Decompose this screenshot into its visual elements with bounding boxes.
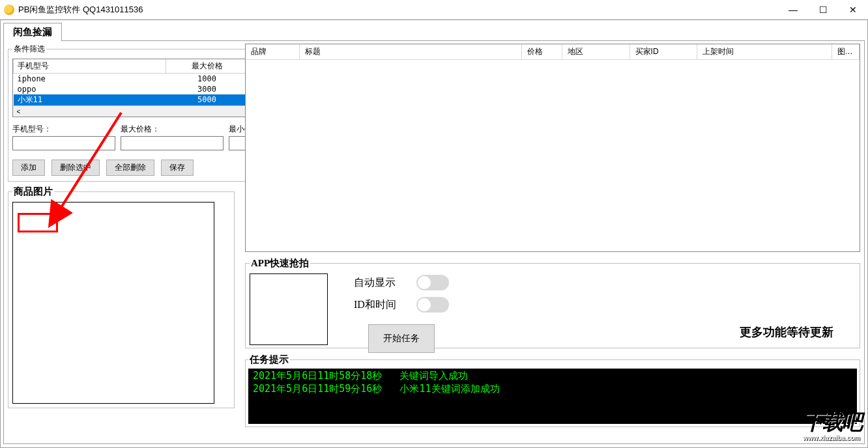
col-model[interactable]: 手机型号 — [14, 59, 166, 74]
label-model: 手机型号： — [12, 124, 115, 135]
delete-selected-button[interactable]: 删除选中 — [51, 160, 100, 176]
toggle-idtime-label: ID和时间 — [354, 298, 405, 312]
window-title: PB闲鱼监控软件 QQ1431011536 — [18, 4, 778, 16]
product-image-box — [12, 202, 214, 404]
results-col[interactable]: 地区 — [562, 44, 629, 60]
titlebar: PB闲鱼监控软件 QQ1431011536 — ☐ ✕ — [0, 0, 868, 20]
results-col[interactable]: 标题 — [300, 44, 522, 60]
label-max: 最大价格： — [121, 124, 224, 135]
main-window: 闲鱼捡漏 条件筛选 手机型号 最大价格 最小价格 — [0, 20, 868, 448]
results-col[interactable]: 价格 — [522, 44, 562, 60]
quick-grab-legend: APP快速抢拍 — [250, 257, 310, 270]
input-model[interactable] — [12, 136, 115, 150]
toggle-auto-label: 自动显示 — [354, 276, 405, 290]
app-icon — [4, 5, 14, 15]
maximize-button[interactable]: ☐ — [808, 0, 838, 20]
quick-grab-group: APP快速抢拍 自动显示 ID和时间 开始任务 更多功能等待更新 — [245, 257, 860, 348]
preview-box — [250, 273, 328, 345]
close-button[interactable]: ✕ — [838, 0, 868, 20]
results-table[interactable]: 品牌标题价格地区买家ID上架时间图… — [245, 44, 860, 252]
input-max[interactable] — [121, 136, 224, 150]
toggle-idtime[interactable] — [416, 297, 449, 313]
delete-all-button[interactable]: 全部删除 — [106, 160, 154, 176]
tab-content: 条件筛选 手机型号 最大价格 最小价格 iphone1000100oppo300… — [3, 40, 865, 444]
filter-legend: 条件筛选 — [12, 44, 46, 55]
more-features-text: 更多功能等待更新 — [740, 324, 833, 340]
add-button[interactable]: 添加 — [12, 160, 45, 176]
start-task-button[interactable]: 开始任务 — [368, 324, 435, 353]
task-console[interactable]: 2021年5月6日11时58分18秒 关键词导入成功 2021年5月6日11时5… — [248, 369, 857, 424]
product-image-group: 商品图片 — [8, 186, 235, 408]
results-col[interactable]: 图… — [832, 44, 859, 60]
results-col[interactable]: 上架时间 — [697, 44, 832, 60]
toggle-auto[interactable] — [416, 275, 449, 290]
results-col[interactable]: 品牌 — [246, 44, 300, 60]
tab-main[interactable]: 闲鱼捡漏 — [3, 23, 62, 41]
scroll-left-icon[interactable]: < — [13, 106, 24, 117]
col-max[interactable]: 最大价格 — [166, 59, 248, 74]
product-image-legend: 商品图片 — [12, 186, 54, 198]
results-col[interactable]: 买家ID — [629, 44, 697, 60]
task-log-legend: 任务提示 — [248, 354, 290, 366]
save-button[interactable]: 保存 — [161, 160, 194, 176]
minimize-button[interactable]: — — [778, 0, 808, 20]
task-log-group: 任务提示 2021年5月6日11时58分18秒 关键词导入成功 2021年5月6… — [245, 354, 860, 427]
